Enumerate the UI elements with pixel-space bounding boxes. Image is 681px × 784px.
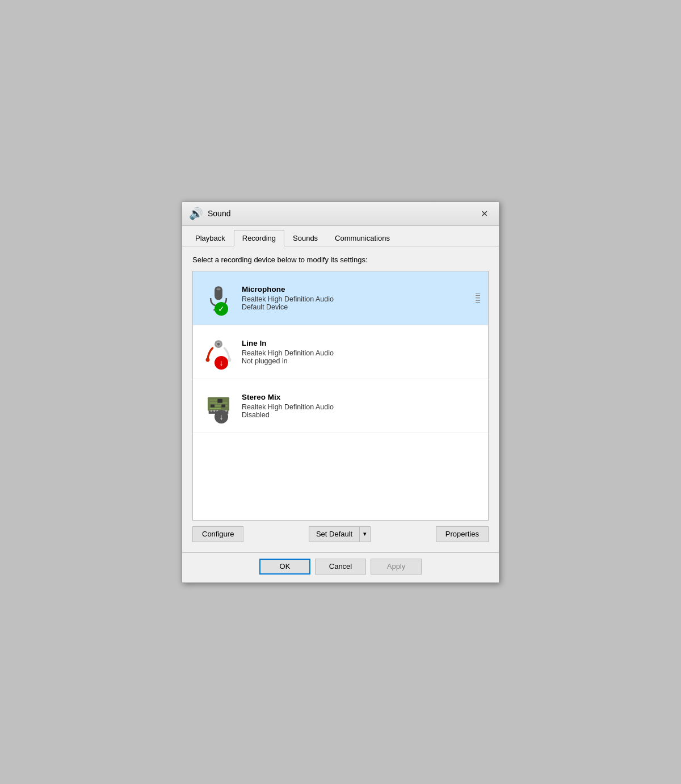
properties-button[interactable]: Properties [436,526,489,542]
title-bar-left: 🔊 Sound [189,207,230,220]
svg-rect-16 [221,404,225,407]
handle-line-1 [476,294,480,294]
configure-button[interactable]: Configure [192,526,243,542]
action-buttons-row: Configure Set Default ▾ Properties [192,521,489,546]
device-item-stereomix[interactable]: ↓ Stereo Mix Realtek High Definition Aud… [193,379,488,433]
stereomix-status-badge: ↓ [215,410,228,424]
microphone-icon-wrap: ✓ [199,278,238,318]
content-area: Select a recording device below to modif… [182,246,499,552]
sound-icon: 🔊 [189,207,203,220]
linein-status-badge: ↓ [215,356,228,370]
linein-driver: Realtek High Definition Audio [242,349,482,357]
ok-button[interactable]: OK [259,559,310,575]
linein-name: Line In [242,339,482,347]
instructions-text: Select a recording device below to modif… [192,255,489,264]
set-default-group: Set Default ▾ [309,526,371,542]
svg-rect-19 [213,409,215,411]
svg-rect-15 [211,404,215,407]
stereomix-name: Stereo Mix [242,393,482,401]
linein-status: Not plugged in [242,357,482,365]
handle-line-2 [476,295,480,296]
stereomix-icon-wrap: ↓ [199,386,238,426]
microphone-name: Microphone [242,285,473,294]
tab-communications[interactable]: Communications [326,230,398,246]
tabs-bar: Playback Recording Sounds Communications [182,226,499,246]
sound-dialog: 🔊 Sound ✕ Playback Recording Sounds Comm… [182,202,499,583]
tab-playback[interactable]: Playback [187,230,234,246]
microphone-info: Microphone Realtek High Definition Audio… [238,285,473,311]
microphone-status-badge: ✓ [215,302,228,316]
svg-rect-18 [211,409,212,411]
close-button[interactable]: ✕ [476,206,492,221]
device-list: ✓ Microphone Realtek High Definition Aud… [192,271,489,521]
svg-rect-14 [217,399,222,403]
handle-line-6 [476,302,480,303]
microphone-status: Default Device [242,303,473,311]
stereomix-driver: Realtek High Definition Audio [242,403,482,411]
tab-sounds[interactable]: Sounds [284,230,326,246]
linein-info: Line In Realtek High Definition Audio No… [238,339,482,365]
title-bar: 🔊 Sound ✕ [182,202,499,226]
dialog-title: Sound [208,209,230,218]
device-item-microphone[interactable]: ✓ Microphone Realtek High Definition Aud… [193,271,488,325]
stereomix-info: Stereo Mix Realtek High Definition Audio… [238,393,482,419]
svg-rect-1 [217,288,221,290]
microphone-driver: Realtek High Definition Audio [242,295,473,303]
cancel-button[interactable]: Cancel [315,559,366,575]
handle-line-5 [476,300,480,301]
linein-icon-wrap: ↓ [199,332,238,372]
svg-point-8 [217,342,220,345]
bottom-buttons-row: OK Cancel Apply [182,552,499,582]
set-default-button[interactable]: Set Default [309,526,360,542]
tab-recording[interactable]: Recording [234,230,284,246]
handle-line-3 [476,297,480,297]
handle-line-4 [476,299,480,299]
device-item-linein[interactable]: ↓ Line In Realtek High Definition Audio … [193,325,488,379]
svg-point-6 [205,358,209,362]
scrollbar-indicator [473,291,482,305]
apply-button[interactable]: Apply [371,559,422,575]
set-default-dropdown-button[interactable]: ▾ [360,526,371,542]
stereomix-status: Disabled [242,411,482,419]
